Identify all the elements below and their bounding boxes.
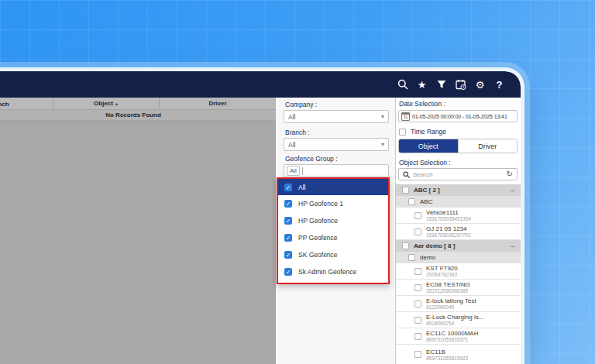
checkbox-unchecked-icon[interactable] [408,254,415,261]
collapse-icon[interactable]: − [511,187,514,194]
vehicle-info: EC11C 10000MAH869731055916571 [426,330,478,342]
geofence-option-label: SK Geofence [298,251,338,259]
vehicle-name: Vehicle1111 [426,209,471,216]
vehicle-id: 20058792343 [426,272,458,277]
checkbox-checked-icon[interactable]: ✓ [284,251,292,259]
vehicle-name: KST FT920 [426,265,458,272]
date-range-input[interactable]: 31 01-05-2025 00:00:00 - 01-05-2025 13:4… [398,110,518,122]
geofence-option[interactable]: ✓PP Geofence [278,229,388,246]
vehicle-info: EC11B869731055915615 [426,349,468,361]
table-header-row: Branch Object▲ Driver [0,98,276,110]
tree-group-row[interactable]: ABC [ 2 ]− [396,184,521,196]
no-records-banner: No Records Found [0,110,276,121]
checkbox-unchecked-icon[interactable] [408,198,415,205]
geofence-selected-chip[interactable]: All [287,166,300,176]
geofence-option[interactable]: ✓HP Geofence [278,212,388,229]
app-window: ★ ⚙ ? Branch Object▲ Driver No Records F… [0,71,521,364]
help-icon[interactable]: ? [494,79,505,91]
search-icon [403,171,410,178]
favorites-star-icon[interactable]: ★ [416,79,428,91]
tab-driver[interactable]: Driver [458,139,518,153]
checkbox-unchecked-icon[interactable] [414,268,421,275]
tree-subgroup-row[interactable]: ABC [396,196,521,208]
app-titlebar: ★ ⚙ ? [0,71,521,98]
column-header-branch[interactable]: Branch [0,98,53,109]
vehicle-id: 6122080046 [426,304,476,310]
chevron-down-icon: ▾ [381,113,384,120]
company-select[interactable]: All ▾ [284,110,389,123]
branch-select-value: All [288,141,381,149]
tree-group-row[interactable]: Aar demo [ 8 ]− [396,240,521,252]
tree-vehicle-row[interactable]: EC11C 10000MAH869731055916571 [396,328,521,345]
settings-gear-icon[interactable]: ⚙ [474,79,486,91]
geofence-option[interactable]: ✓HP Geofence 1 [278,195,388,212]
tree-subgroup-label: demo [420,254,435,261]
object-selection-label: Object Selection : [399,159,451,167]
calendar-icon: 31 [401,112,410,121]
geofence-option[interactable]: ✓All [278,179,388,195]
checkbox-checked-icon[interactable]: ✓ [284,184,292,191]
checkbox-unchecked-icon[interactable] [414,284,421,291]
tree-group-label: Aar demo [ 8 ] [414,242,506,249]
search-icon[interactable] [397,79,408,91]
vehicle-id: 1591705035297701 [426,232,471,238]
geofence-option[interactable]: ✓SK Geofence [278,246,388,263]
checkbox-checked-icon[interactable]: ✓ [284,200,292,208]
collapse-icon[interactable]: − [511,242,514,250]
vehicle-name: E-Lock Charging Is... [426,314,484,321]
company-label: Company : [285,101,317,108]
vehicle-info: Vehicle11111591705035451304 [426,209,471,221]
checkbox-unchecked-icon[interactable] [414,228,421,235]
tree-vehicle-row[interactable]: E-Lock Charging Is...8024060254 [396,312,521,328]
geofence-option[interactable]: ✓Sk Admin Geofence [278,263,388,280]
geofence-option-label: All [298,184,305,191]
schedule-calendar-icon[interactable] [455,79,466,91]
sort-arrow-icon: ▲ [115,101,119,106]
tree-vehicle-row[interactable]: E-lock latlong Test6122080046 [396,296,521,312]
vehicle-info: KST FT92020058792343 [426,265,458,277]
checkbox-unchecked-icon[interactable] [414,212,421,219]
checkbox-unchecked-icon[interactable] [414,317,421,324]
checkbox-unchecked-icon[interactable] [402,187,409,194]
checkbox-checked-icon[interactable]: ✓ [284,217,292,225]
object-search-input[interactable] [413,171,504,178]
geofence-option-label: HP Geofence [298,217,338,225]
tree-group-label: ABC [ 2 ] [414,187,506,194]
vehicle-id: 352312090368385 [426,288,470,294]
checkbox-unchecked-icon[interactable] [414,333,421,340]
geofence-option-label: Sk Admin Geofence [298,268,356,276]
text-cursor [302,167,303,175]
object-tree-list: ABC [ 2 ]−ABCVehicle11111591705035451304… [396,184,521,364]
checkbox-checked-icon[interactable]: ✓ [284,234,292,242]
vehicle-name: E-lock latlong Test [426,297,476,304]
vehicle-info: E-Lock Charging Is...8024060254 [426,314,484,326]
object-search-box: ↻ [398,168,518,180]
tree-vehicle-row[interactable]: GJ 21 05 12341591705035297701 [396,224,521,240]
filter-icon[interactable] [435,79,447,91]
branch-select[interactable]: All ▾ [284,138,389,151]
tree-vehicle-row[interactable]: EC11B869731055915615 [396,345,521,364]
refresh-icon[interactable]: ↻ [507,170,513,178]
desktop-background: ★ ⚙ ? Branch Object▲ Driver No Records F… [0,0,595,364]
tree-vehicle-row[interactable]: EC08 TESTING352312090368385 [396,280,521,296]
company-select-value: All [288,113,381,121]
time-range-label: Time Range [411,128,446,136]
column-header-driver[interactable]: Driver [160,98,276,109]
selection-panel: Date Selection : 31 01-05-2025 00:00:00 … [396,98,521,364]
checkbox-unchecked-icon[interactable] [414,300,421,307]
tab-object[interactable]: Object [399,139,458,153]
tree-vehicle-row[interactable]: Vehicle11111591705035451304 [396,208,521,224]
checkbox-checked-icon[interactable]: ✓ [284,268,292,276]
checkbox-unchecked-icon[interactable] [402,242,409,249]
vehicle-name: EC08 TESTING [426,281,470,288]
tree-subgroup-row[interactable]: demo [396,252,521,263]
column-header-object[interactable]: Object▲ [53,98,160,109]
geofence-group-label: Geofence Group : [285,155,338,163]
geofence-group-multiselect[interactable]: All [284,164,389,177]
vehicle-id: 869731055915615 [426,355,468,361]
tree-vehicle-row[interactable]: KST FT92020058792343 [396,263,521,280]
checkbox-unchecked-icon[interactable] [414,351,421,358]
vehicle-info: E-lock latlong Test6122080046 [426,297,476,310]
chevron-down-icon: ▾ [381,141,384,148]
time-range-checkbox[interactable] [399,129,406,136]
